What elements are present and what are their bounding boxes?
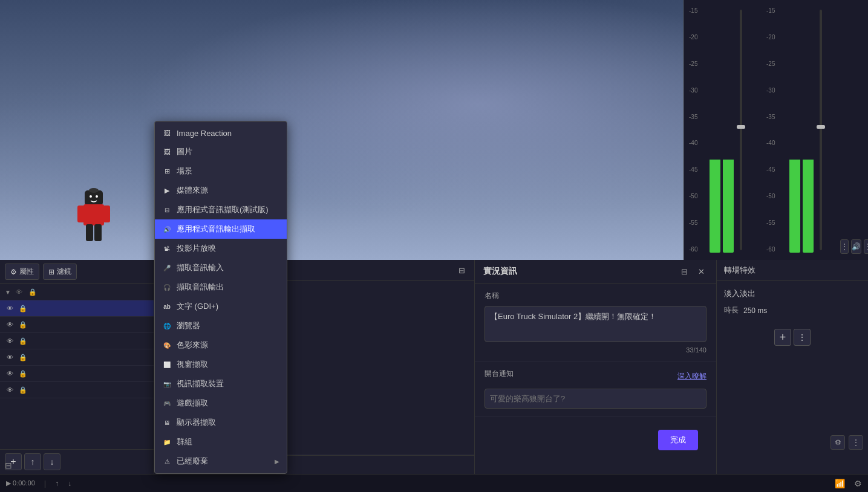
menu-item-image-reaction[interactable]: Image Reaction [155, 124, 287, 142]
status-bar: ▶ 0:00:00 | ↑ ↓ 📶 ⚙ [0, 474, 868, 492]
filter-label: 濾鏡 [57, 267, 71, 277]
left-meter-bar [710, 7, 720, 253]
lock-icon-2[interactable]: 🔒 [18, 303, 28, 313]
complete-button[interactable]: 完成 [658, 430, 698, 450]
menu-item-media[interactable]: 媒體來源 [155, 181, 287, 200]
monitor-icon [162, 418, 172, 427]
live-info-panel: 實況資訊 ⊟ ✕ 名稱 【Euro Truck Simulator 2】繼續開！… [475, 260, 717, 474]
sources-panel: ⚙ 屬性 ⊞ 濾鏡 ▼ 👁 🔒 👁 🔒 👁 🔒 👁 🔒 👁 🔒 [0, 260, 154, 474]
menu-item-image-label: 圖片 [177, 146, 279, 157]
menu-item-audio-output2[interactable]: 擷取音訊輸出 [155, 277, 287, 297]
slider-thumb[interactable] [737, 125, 745, 129]
svg-rect-4 [103, 206, 110, 222]
menu-item-audio-capture[interactable]: ⊟ 應用程式音訊擷取(測試版) [155, 200, 287, 219]
menu-item-audio-output[interactable]: 🔊 應用程式音訊輸出擷取 [155, 219, 287, 239]
source-item-7[interactable]: 👁 🔒 [0, 382, 154, 398]
transition-bottom-btns: ⚙ ⋮ [717, 433, 868, 452]
svg-rect-5 [86, 224, 93, 241]
eye-icon-3[interactable]: 👁 [5, 320, 15, 329]
lock-icon-4[interactable]: 🔒 [18, 336, 28, 346]
source-item-4[interactable]: 👁 🔒 [0, 333, 154, 349]
menu-item-text[interactable]: 文字 (GDI+) [155, 297, 287, 316]
properties-label: 屬性 [19, 267, 34, 277]
menu-item-scene[interactable]: 場景 [155, 161, 287, 181]
menu-item-display[interactable]: 顯示器擷取 [155, 413, 287, 432]
eye-icon-6[interactable]: 👁 [5, 369, 15, 378]
add-transition-btn[interactable]: + [774, 329, 791, 346]
meter-menu-btn[interactable]: ⋮ [840, 239, 849, 254]
slider-thumb-2[interactable] [817, 125, 825, 129]
volume-slider-2[interactable] [816, 7, 826, 253]
live-panel-header: 實況資訊 ⊟ ✕ [475, 260, 716, 283]
lock-icon-5[interactable]: 🔒 [18, 352, 28, 362]
live-panel-close[interactable]: ✕ [694, 265, 708, 278]
live-notice-section: 開台通知 深入瞭解 [475, 361, 716, 416]
window-icon [162, 360, 172, 369]
menu-item-audio-input[interactable]: 擷取音訊輸入 [155, 258, 287, 277]
transition-settings-btn[interactable]: ⚙ [830, 435, 845, 450]
menu-item-media-label: 媒體來源 [177, 185, 279, 196]
menu-item-deprecated[interactable]: 已經廢棄 ▶ [155, 452, 287, 471]
volume-slider[interactable] [736, 7, 746, 253]
eye-icon-4[interactable]: 👁 [5, 336, 15, 346]
lock-icon-7[interactable]: 🔒 [18, 385, 28, 395]
lego-figure [73, 187, 115, 242]
left-meter-bar2 [789, 7, 800, 253]
up-btn[interactable]: ↑ [24, 453, 41, 470]
menu-item-image[interactable]: 圖片 [155, 142, 287, 161]
context-menu: Image Reaction 圖片 場景 媒體來源 ⊟ 應用程式音訊擷取(測試版… [154, 121, 287, 474]
notice-label: 開台通知 [485, 369, 514, 379]
meter-more-btn[interactable]: ⋮ [864, 239, 869, 254]
source-item-1[interactable]: ▼ 👁 🔒 [0, 284, 154, 300]
eye-icon-1[interactable]: 👁 [15, 287, 24, 297]
menu-item-window-label: 視窗擷取 [177, 359, 279, 370]
meter-speaker-btn[interactable]: 🔊 [851, 239, 861, 254]
sources-toolbar: ⚙ 屬性 ⊞ 濾鏡 [0, 260, 154, 284]
svg-rect-2 [83, 204, 104, 225]
properties-button[interactable]: ⚙ 屬性 [5, 264, 39, 280]
menu-item-browser[interactable]: 瀏覽器 [155, 316, 287, 335]
audio-output-icon: 🔊 [162, 224, 172, 234]
eye-icon-2[interactable]: 👁 [5, 303, 15, 313]
lock-icon-1[interactable]: 🔒 [28, 287, 38, 297]
media-icon [162, 186, 172, 195]
image-icon [162, 147, 172, 157]
source-item-2[interactable]: 👁 🔒 [0, 300, 154, 317]
lock-icon-6[interactable]: 🔒 [18, 369, 28, 378]
notice-input[interactable] [485, 389, 706, 409]
lock-icon-3[interactable]: 🔒 [18, 320, 28, 329]
transition-more-btn[interactable]: ⋮ [794, 329, 811, 346]
up-arrow: ↑ [55, 479, 59, 488]
eye-icon-7[interactable]: 👁 [5, 385, 15, 395]
right-meter-bar2 [803, 7, 814, 253]
title-input[interactable]: 【Euro Truck Simulator 2】繼續開！無限確定！ [485, 306, 706, 342]
learn-more-link[interactable]: 深入瞭解 [677, 371, 706, 381]
menu-item-group[interactable]: 群組 [155, 432, 287, 452]
sources-bottom-toolbar: + ↑ ↓ ⊟ [0, 449, 154, 474]
slideshow-icon [162, 244, 172, 253]
svg-point-8 [96, 195, 98, 198]
menu-item-window[interactable]: 視窗擷取 [155, 355, 287, 374]
audio-capture-icon: ⊟ [162, 205, 172, 215]
image-reaction-icon [162, 128, 172, 138]
video-preview [0, 0, 684, 260]
transition-panel: 轉場特效 淡入淡出 時長 250 ms + ⋮ ⚙ ⋮ [717, 260, 868, 474]
menu-item-game[interactable]: 🎮 遊戲擷取 [155, 393, 287, 413]
source-item-5[interactable]: 👁 🔒 [0, 349, 154, 366]
source-item-6[interactable]: 👁 🔒 [0, 366, 154, 382]
menu-item-slideshow[interactable]: 投影片放映 [155, 239, 287, 258]
menu-item-color[interactable]: 色彩來源 [155, 335, 287, 355]
small-panel-icon[interactable]: ⊟ [5, 461, 12, 470]
title-label: 名稱 [485, 291, 706, 301]
live-panel-dock[interactable]: ⊟ [677, 265, 691, 278]
menu-item-video-capture[interactable]: 視訊擷取裝置 [155, 374, 287, 393]
audio-meter-panel: -15 -20 -25 -30 -35 -40 -45 -50 -55 -60 … [684, 0, 868, 260]
source-item-3[interactable]: 👁 🔒 [0, 317, 154, 333]
transition-options-btn[interactable]: ⋮ [849, 435, 863, 450]
filter-button[interactable]: ⊞ 濾鏡 [43, 264, 77, 280]
middle-panel-menu[interactable]: ⊟ [455, 264, 468, 277]
char-count: 33/140 [485, 346, 706, 354]
eye-icon-5[interactable]: 👁 [5, 352, 15, 362]
down-btn[interactable]: ↓ [44, 453, 60, 470]
text-icon [162, 302, 172, 311]
